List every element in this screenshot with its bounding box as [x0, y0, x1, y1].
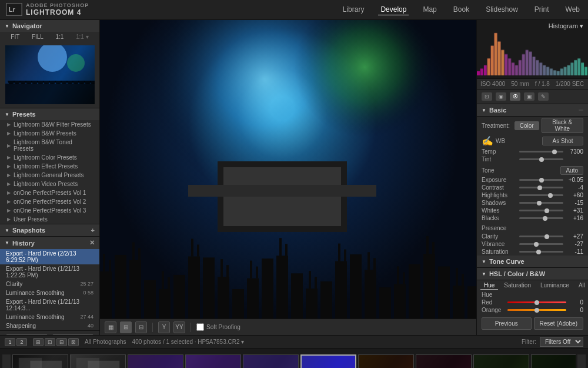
basic-header[interactable]: ▼ Basic: [477, 104, 588, 117]
wb-dropdown[interactable]: As Shot: [542, 137, 583, 145]
nav-book[interactable]: Book: [451, 4, 472, 15]
filmstrip-thumb[interactable]: [473, 354, 529, 369]
slider-track[interactable]: [519, 179, 563, 181]
slider-track[interactable]: [519, 202, 563, 204]
history-item[interactable]: Export - Hard Drive (2/2/13 6:29:52 PM): [0, 249, 99, 264]
page-1-btn[interactable]: 1: [5, 338, 15, 346]
soft-proofing-checkbox[interactable]: [196, 323, 204, 331]
navigator-header[interactable]: ▼ Navigator: [0, 20, 99, 32]
history-item[interactable]: Export - Hard Drive (1/21/13 12:14:3...: [0, 297, 99, 313]
color-mode-btn[interactable]: YY: [173, 321, 185, 333]
preset-item[interactable]: ▶Lightroom B&W Presets: [0, 129, 99, 138]
history-item[interactable]: Luminance Smoothing0 58: [0, 289, 99, 297]
reset-button[interactable]: Reset (Adobe): [534, 317, 584, 330]
preset-item[interactable]: ▶onOne PerfectPresets Vol 2: [0, 197, 99, 206]
crop-icon[interactable]: ⊡: [482, 92, 492, 101]
gradient-icon[interactable]: ▣: [524, 92, 534, 101]
hsl-tab-sat[interactable]: Saturation: [500, 281, 534, 290]
paste-button[interactable]: Paste: [52, 334, 94, 335]
slider-track[interactable]: [519, 210, 563, 211]
history-item[interactable]: Export - Hard Drive (1/21/13 1:22:25 PM): [0, 264, 99, 280]
hsl-tab-all[interactable]: All: [575, 281, 588, 290]
spot-icon[interactable]: ◉: [496, 92, 506, 101]
preset-item[interactable]: ▶User Presets: [0, 215, 99, 224]
history-item[interactable]: Sharpening40: [0, 321, 99, 330]
photos-count: 400 photos / 1 selected · HP5A7853.CR2 ▾: [132, 339, 245, 345]
filmstrip-right-arrow[interactable]: ▶: [577, 354, 586, 369]
preset-item[interactable]: ▶Lightroom B&W Toned Presets: [0, 138, 99, 153]
loupe-view-status-btn[interactable]: ⊡: [45, 338, 55, 346]
history-item[interactable]: Clarity25 27: [0, 280, 99, 289]
hsl-orange-slider[interactable]: [507, 309, 566, 311]
undo-btn[interactable]: Y: [158, 321, 170, 333]
bw-button[interactable]: Black & White: [542, 118, 583, 133]
nav-library[interactable]: Library: [340, 4, 367, 15]
grid-view-btn[interactable]: ▦: [105, 321, 116, 333]
slider-value: +16: [566, 215, 583, 221]
slider-track[interactable]: [519, 243, 563, 245]
compare-status-btn[interactable]: ⊟: [56, 338, 67, 346]
copy-button[interactable]: Copy...: [6, 334, 48, 335]
tone-curve-header[interactable]: ▼ Tone Curve: [477, 256, 588, 268]
compare-btn[interactable]: ⊟: [135, 321, 147, 333]
filter-dropdown[interactable]: Filters Off: [540, 337, 583, 347]
loupe-view-btn[interactable]: ⊞: [120, 321, 132, 333]
tint-slider[interactable]: [519, 158, 563, 160]
hsl-tab-lum[interactable]: Luminance: [537, 281, 573, 290]
redeye-icon[interactable]: ⦿: [510, 92, 520, 101]
nav-print[interactable]: Print: [532, 4, 552, 15]
slider-track[interactable]: [519, 217, 563, 219]
brush-icon[interactable]: ✎: [538, 92, 549, 101]
survey-status-btn[interactable]: ⊠: [68, 338, 79, 346]
hsl-tab-hue[interactable]: Hue: [480, 281, 498, 290]
page-2-btn[interactable]: 2: [16, 338, 27, 346]
filmstrip-thumb[interactable]: [70, 354, 126, 369]
previous-button[interactable]: Previous: [482, 317, 532, 330]
preset-item[interactable]: ▶Lightroom Effect Presets: [0, 162, 99, 171]
preset-item[interactable]: ▶Lightroom General Presets: [0, 171, 99, 180]
slider-track[interactable]: [519, 236, 563, 237]
history-x[interactable]: ✕: [89, 239, 95, 247]
snapshots-header[interactable]: ▼ Snapshots +: [0, 224, 99, 236]
hsl-red-slider[interactable]: [507, 301, 566, 303]
nav-fill[interactable]: FILL: [32, 34, 44, 40]
grid-view-status-btn[interactable]: ⊞: [33, 338, 44, 346]
filmstrip-thumb[interactable]: [358, 354, 414, 369]
slider-track[interactable]: [519, 187, 563, 188]
hsl-hue-header: Hue: [482, 291, 517, 298]
nav-fit[interactable]: FIT: [11, 34, 19, 40]
history-item[interactable]: Luminance Smoothing27 44: [0, 313, 99, 321]
history-header[interactable]: ▼ History ✕: [0, 237, 99, 249]
filmstrip-thumb[interactable]: [12, 354, 68, 369]
filmstrip-left-arrow[interactable]: ◀: [2, 354, 11, 369]
nav-develop[interactable]: Develop: [378, 4, 409, 15]
slider-label: Shadows: [482, 200, 517, 206]
preset-item[interactable]: ▶Lightroom Color Presets: [0, 153, 99, 162]
presets-header[interactable]: ▼ Presets: [0, 108, 99, 120]
snapshots-add[interactable]: +: [91, 227, 95, 234]
eyedropper-icon[interactable]: ✍: [482, 135, 493, 147]
filmstrip-thumb[interactable]: [531, 354, 576, 369]
hsl-header[interactable]: ▼ HSL / Color / B&W: [477, 268, 588, 280]
filmstrip-thumb[interactable]: 00:24: [243, 354, 299, 369]
preset-item[interactable]: ▶onOne PerfectPresets Vol 3: [0, 206, 99, 215]
temp-slider[interactable]: [519, 151, 563, 152]
filmstrip-thumb[interactable]: [128, 354, 183, 369]
filmstrip-thumb[interactable]: [185, 354, 241, 369]
color-button[interactable]: Color: [514, 121, 539, 130]
presets-section: ▼ Presets ▶Lightroom B&W Filter Presets▶…: [0, 108, 99, 224]
preset-item[interactable]: ▶Lightroom B&W Filter Presets: [0, 120, 99, 129]
filmstrip-thumb[interactable]: [416, 354, 472, 369]
preset-item[interactable]: ▶Lightroom Video Presets: [0, 180, 99, 188]
slider-track[interactable]: [519, 251, 563, 253]
tone-auto-btn[interactable]: Auto: [560, 166, 583, 175]
soft-proofing-label[interactable]: Soft Proofing: [196, 323, 240, 331]
nav-1-1[interactable]: 1:1: [56, 34, 64, 40]
preset-item[interactable]: ▶onOne PerfectPresets Vol 1: [0, 188, 99, 197]
filmstrip-thumb[interactable]: 00:20: [300, 354, 356, 369]
nav-map[interactable]: Map: [420, 4, 439, 15]
nav-zoom[interactable]: 1:1 ▾: [76, 34, 89, 40]
nav-slideshow[interactable]: Slideshow: [483, 4, 520, 15]
slider-track[interactable]: [519, 194, 563, 196]
nav-web[interactable]: Web: [563, 4, 582, 15]
